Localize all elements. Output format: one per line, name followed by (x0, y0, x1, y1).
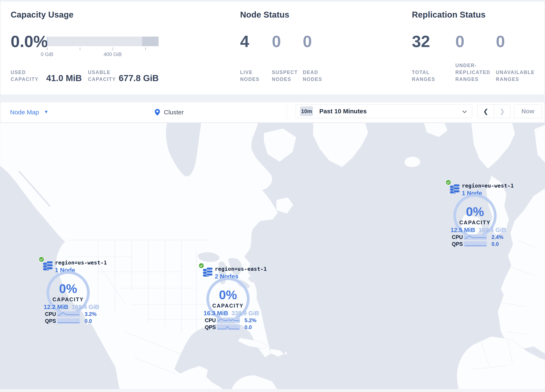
qps-label: QPS (45, 318, 57, 324)
usable-capacity-label: CAPACITY (88, 76, 116, 83)
node-status-title: Node Status (240, 10, 289, 19)
cluster-summary-panel: Capacity Usage 0.0% 0 GiB 400 GiB USED C… (1, 2, 544, 94)
unavailable-ranges-label: RANGES (496, 76, 519, 83)
under-replicated-ranges-label: UNDER- (455, 62, 477, 69)
gauge-tick (145, 47, 146, 50)
database-stack-icon (203, 267, 213, 277)
total-ranges-count: 32 (412, 33, 430, 50)
chevron-right-icon: ❯ (499, 108, 505, 115)
cpu-value: 3.2% (85, 311, 97, 317)
capacity-gauge-used (47, 37, 47, 46)
gauge-tick (47, 47, 47, 50)
suspect-nodes-label: SUSPECT (272, 69, 298, 76)
capacity-percent: 0.0% (11, 33, 48, 50)
region-marker-eu-west-1[interactable]: region=eu-west-1 1 Node 0% CAPACITY 12.5… (441, 178, 509, 250)
gauge-tick-label: 0 GiB (34, 51, 60, 57)
unavailable-ranges-label: UNAVAILABLE (496, 69, 535, 76)
toolbar-divider (286, 105, 287, 120)
dropdown-triangle-icon: ▾ (45, 108, 47, 115)
cpu-value: 5.2% (244, 317, 256, 324)
gauge-tick (113, 47, 113, 50)
gauge-tick (80, 47, 80, 50)
capacity-gauge-bar (47, 37, 159, 46)
time-pager: ❮ ❯ (477, 104, 511, 118)
cpu-sparkline (217, 317, 240, 323)
replication-status-title: Replication Status (412, 10, 486, 19)
cpu-label: CPU (205, 317, 217, 324)
now-button-label: Now (521, 108, 534, 115)
map-bottom-strip (0, 389, 545, 392)
time-window-badge: 10m (300, 106, 313, 116)
qps-value: 0.0 (491, 241, 499, 247)
capacity-label: CAPACITY (46, 296, 91, 303)
cpu-value: 2.4% (491, 234, 503, 240)
location-pin-icon (155, 109, 160, 116)
live-nodes-label: NODES (240, 76, 260, 83)
cpu-sparkline (57, 311, 80, 317)
unavailable-ranges-count: 0 (496, 33, 505, 50)
qps-label: QPS (452, 241, 464, 247)
region-total-capacity: 338.9 GiB (232, 310, 259, 317)
usable-capacity-value: 677.8 GiB (119, 73, 159, 83)
dead-nodes-label: DEAD (303, 69, 318, 76)
region-capacity-percent: 0% (206, 288, 250, 302)
capacity-usage-title: Capacity Usage (11, 10, 74, 19)
capacity-gauge-reserved (142, 37, 159, 46)
dead-nodes-count: 0 (303, 33, 312, 50)
usable-capacity-label: USABLE (88, 69, 111, 76)
used-capacity-label: CAPACITY (11, 76, 38, 83)
region-marker-us-east-1[interactable]: region=us-east-1 2 Nodes 0% CAPACITY 16.… (194, 261, 262, 333)
qps-value: 0.0 (85, 318, 92, 324)
time-window-dropdown[interactable]: 10m Past 10 Minutes (296, 104, 472, 118)
under-replicated-ranges-count: 0 (455, 33, 464, 50)
database-stack-icon (450, 184, 460, 193)
suspect-nodes-count: 0 (272, 33, 281, 50)
used-capacity-label: USED (11, 69, 26, 76)
region-name: region=us-east-1 (215, 266, 267, 272)
cpu-sparkline (464, 234, 487, 240)
region-name: region=eu-west-1 (462, 183, 514, 189)
total-ranges-label: TOTAL (412, 69, 430, 76)
breadcrumb-label: Cluster (164, 109, 184, 116)
live-nodes-label: LIVE (240, 69, 253, 76)
time-window-label: Past 10 Minutes (319, 108, 367, 115)
qps-sparkline (217, 324, 240, 330)
chevron-down-icon (462, 110, 467, 113)
dead-nodes-label: NODES (303, 76, 322, 83)
region-name: region=us-west-1 (55, 260, 107, 266)
under-replicated-ranges-label: REPLICATED (455, 69, 490, 76)
region-total-capacity: 169.4 GiB (72, 304, 99, 311)
view-selector-label: Node Map (10, 109, 39, 116)
qps-sparkline (464, 241, 487, 247)
map-toolbar: Node Map ▾ Cluster 10m Past 10 Minutes ❮… (1, 102, 544, 122)
used-capacity-value: 41.0 MiB (46, 73, 82, 83)
view-selector-dropdown[interactable]: Node Map ▾ (10, 102, 47, 122)
region-used-capacity: 12.2 MiB (44, 304, 68, 311)
landmass-puerto-rico (285, 352, 287, 355)
now-button[interactable]: Now (514, 104, 542, 118)
qps-label: QPS (205, 324, 217, 330)
qps-sparkline (57, 318, 80, 324)
region-capacity-percent: 0% (46, 281, 91, 296)
region-used-capacity: 16.3 MiB (204, 310, 228, 317)
capacity-label: CAPACITY (206, 303, 250, 309)
chevron-left-icon: ❮ (483, 108, 488, 115)
node-map: region=us-west-1 1 Node 0% CAPACITY 12.2… (0, 123, 545, 392)
landmass-iceland (404, 157, 421, 167)
region-capacity-percent: 0% (453, 205, 497, 219)
capacity-label: CAPACITY (453, 219, 497, 226)
time-prev-button[interactable]: ❮ (478, 105, 494, 118)
database-stack-icon (43, 261, 53, 271)
time-next-button[interactable]: ❯ (494, 105, 510, 118)
under-replicated-ranges-label: RANGES (455, 76, 479, 83)
cpu-label: CPU (452, 234, 464, 240)
cpu-label: CPU (45, 311, 57, 317)
gauge-tick-label: 400 GiB (100, 51, 125, 57)
region-marker-us-west-1[interactable]: region=us-west-1 1 Node 0% CAPACITY 12.2… (34, 255, 102, 327)
suspect-nodes-label: NODES (272, 76, 291, 83)
live-nodes-count: 4 (240, 33, 249, 50)
region-used-capacity: 12.5 MiB (451, 227, 475, 234)
breadcrumb[interactable]: Cluster (155, 102, 184, 122)
region-total-capacity: 169.4 GiB (478, 227, 506, 234)
qps-value: 0.0 (244, 324, 252, 330)
